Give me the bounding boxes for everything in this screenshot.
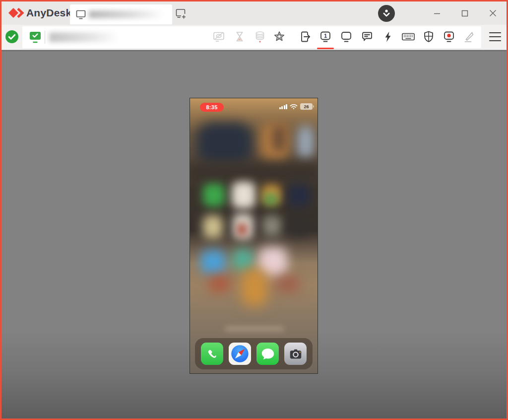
divider: [45, 31, 45, 44]
active-tab-underline: [317, 48, 334, 49]
menu-button[interactable]: [487, 29, 503, 45]
hamburger-menu-icon: [489, 31, 502, 42]
blurred-home-screen-wallpaper: [190, 98, 318, 373]
app-title: AnyDesk: [26, 7, 71, 19]
safari-app-icon[interactable]: [229, 343, 251, 365]
battery-percent: 26: [304, 104, 309, 109]
camera-app-icon[interactable]: [284, 343, 307, 365]
user-menu-button[interactable]: [378, 5, 395, 22]
status-time-pill: 8:35: [200, 103, 224, 112]
fullscreen-monitor-button[interactable]: [338, 29, 354, 45]
redacted-session-address: [49, 32, 119, 42]
minimize-button[interactable]: [423, 1, 451, 25]
chat-button[interactable]: [359, 29, 375, 45]
close-icon: [489, 9, 497, 17]
user-chevron-down-icon: [381, 8, 392, 19]
record-monitor-icon: [442, 30, 456, 44]
favorites-button[interactable]: [271, 29, 287, 45]
battery-icon: 26: [300, 103, 313, 110]
anydesk-logo-icon: [7, 5, 25, 20]
star-icon: [272, 30, 286, 44]
remote-viewport[interactable]: 8:35 26: [1, 50, 507, 419]
shortcuts-button[interactable]: [380, 29, 396, 45]
shield-icon: [422, 30, 436, 44]
actions-button[interactable]: [298, 29, 314, 45]
status-bar-right: 26: [279, 103, 313, 110]
camera-glyph-icon: [288, 347, 303, 361]
close-button[interactable]: [479, 1, 507, 25]
monitor-icon: [339, 30, 353, 44]
maximize-button[interactable]: [451, 1, 479, 25]
keyboard-icon: [401, 29, 416, 44]
monitor-1-icon: 1: [318, 30, 332, 44]
messages-app-icon[interactable]: [256, 343, 279, 365]
new-session-button[interactable]: [173, 6, 188, 20]
ios-dock: [195, 338, 313, 369]
privacy-monitor-eye-icon: [212, 30, 226, 44]
monitor-1-button[interactable]: 1: [318, 29, 333, 45]
monitor-plus-icon: [174, 7, 187, 20]
screen-recording-button[interactable]: [441, 29, 457, 45]
cellular-signal-icon: [279, 104, 288, 109]
keyboard-button[interactable]: [400, 29, 416, 45]
titlebar: AnyDesk: [1, 1, 507, 25]
window-controls: [423, 1, 507, 25]
maximize-icon: [461, 10, 468, 17]
toolbar: 1: [1, 25, 507, 50]
pen-icon: [462, 30, 476, 44]
remote-iphone-screen[interactable]: 8:35 26: [190, 98, 318, 373]
whiteboard-button[interactable]: [461, 29, 477, 45]
monitor-check-green-icon: [29, 31, 42, 44]
file-transfer-button[interactable]: [252, 29, 268, 45]
safari-compass-icon: [230, 344, 250, 363]
hourglass-icon: [233, 30, 247, 44]
wifi-icon: [290, 104, 298, 110]
chat-bubble-icon: [360, 30, 374, 44]
monitor-icon: [75, 8, 87, 20]
green-check-circle-icon: [5, 30, 19, 44]
database-icon: [253, 30, 267, 44]
privacy-mode-button[interactable]: [211, 29, 227, 45]
exit-arrow-icon: [299, 30, 313, 44]
anydesk-window: AnyDesk: [0, 0, 508, 420]
permissions-button[interactable]: [421, 29, 437, 45]
svg-text:1: 1: [324, 33, 327, 39]
redacted-session-title: [89, 10, 164, 18]
message-bubble-icon: [260, 347, 275, 361]
lightning-bolt-icon: [381, 30, 395, 44]
phone-glyph-icon: [205, 347, 219, 361]
session-tab[interactable]: [70, 4, 172, 24]
phone-app-icon[interactable]: [201, 343, 223, 365]
status-time: 8:35: [206, 104, 217, 110]
session-history-button[interactable]: [232, 29, 248, 45]
minimize-icon: [434, 10, 441, 17]
